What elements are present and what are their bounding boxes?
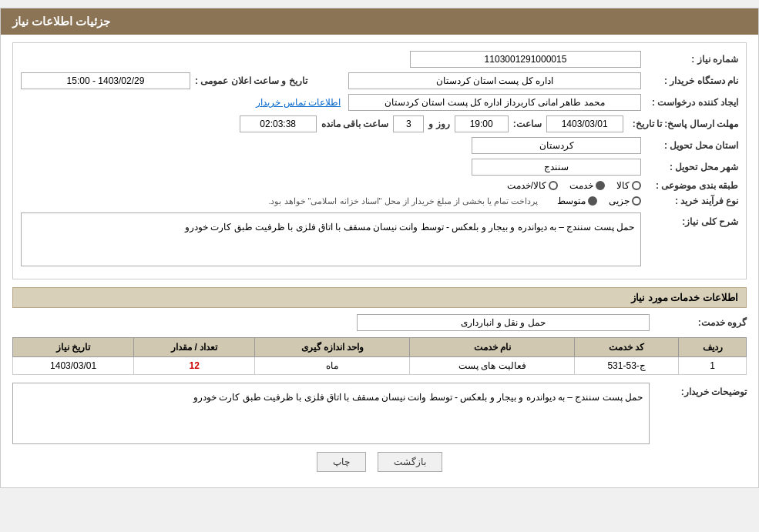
buyer-org-label: نام دستگاه خریدار : (646, 75, 738, 86)
category-kala-label: کالا (616, 180, 630, 191)
page-header: جزئیات اطلاعات نیاز (1, 8, 758, 35)
creator-value: محمد طاهر امانی کاربرداز اداره کل پست اس… (348, 94, 641, 111)
radio-kala-dot (632, 181, 641, 190)
response-days-value: 3 (393, 115, 424, 132)
cell-name: فعالیت های پست (410, 357, 574, 375)
service-group-label: گروه خدمت: (654, 317, 747, 328)
service-group-value: حمل و نقل و انبارداری (357, 314, 650, 331)
buyer-org-value: اداره کل پست استان کردستان (348, 72, 641, 89)
creator-contact-link[interactable]: اطلاعات تماس خریدار (256, 97, 341, 108)
cell-date: 1403/03/01 (13, 357, 134, 375)
category-label: طبقه بندی موضوعی : (646, 180, 738, 191)
response-time-label: ساعت: (513, 119, 542, 129)
cell-code: ج-53-531 (574, 357, 678, 375)
description-label: شرح کلی نیاز: (646, 216, 738, 227)
remaining-time-value: 02:03:38 (240, 115, 317, 132)
button-row: بازگشت چاپ (12, 452, 747, 480)
cell-row: 1 (679, 357, 747, 375)
purchase-option-motavasset: متوسط (557, 196, 597, 206)
response-time-value: 19:00 (455, 115, 509, 132)
announce-date-value: 1403/02/29 - 15:00 (21, 72, 190, 89)
table-row: 1 ج-53-531 فعالیت های پست ماه 12 1403/03… (13, 357, 747, 375)
services-table: ردیف کد خدمت نام خدمت واحد اندازه گیری ت… (12, 337, 747, 375)
services-section-title: اطلاعات خدمات مورد نیاز (12, 287, 747, 308)
response-deadline-label: مهلت ارسال پاسخ: تا تاریخ: (633, 119, 738, 129)
category-option-kala: کالا (616, 180, 641, 191)
remaining-label: ساعت باقی مانده (321, 119, 389, 129)
category-radio-group: کالا خدمت کالا/خدمت (507, 180, 641, 191)
category-both-label: کالا/خدمت (507, 180, 546, 191)
city-value: سنندج (472, 159, 641, 176)
purchase-note: پرداخت تمام یا بخشی از مبلغ خریدار از مح… (268, 196, 538, 206)
category-khedmat-label: خدمت (569, 180, 593, 191)
col-date: تاریخ نیاز (13, 338, 134, 357)
back-button[interactable]: بازگشت (378, 452, 442, 472)
need-number-value: 1103001291000015 (410, 51, 641, 68)
col-qty: تعداد / مقدار (134, 338, 255, 357)
creator-label: ایجاد کننده درخواست : (646, 97, 738, 108)
purchase-motavasset-label: متوسط (557, 196, 586, 206)
category-option-both: کالا/خدمت (507, 180, 558, 191)
radio-jozi-dot (632, 196, 641, 206)
category-option-khedmat: خدمت (569, 180, 605, 191)
radio-both-dot (549, 181, 558, 190)
city-label: شهر محل تحویل : (646, 162, 738, 172)
cell-unit: ماه (255, 357, 410, 375)
province-value: کردستان (472, 137, 641, 154)
print-button[interactable]: چاپ (317, 452, 366, 472)
col-row: ردیف (679, 338, 747, 357)
province-label: استان محل تحویل : (646, 140, 738, 151)
col-unit: واحد اندازه گیری (255, 338, 410, 357)
col-name: نام خدمت (410, 338, 574, 357)
description-value: حمل پست سنندج – به دیواندره و بیجار و بل… (21, 212, 641, 266)
cell-qty: 12 (134, 357, 255, 375)
purchase-type-label: نوع فرآیند خرید : (646, 196, 738, 206)
response-days-label: روز و (428, 119, 449, 129)
buyer-notes-label: توضیحات خریدار: (654, 386, 747, 397)
purchase-type-radio-group: جزیی متوسط (557, 196, 641, 206)
buyer-notes-value: حمل پست سنندج – به دیواندره و بیجار و بل… (12, 383, 650, 444)
col-code: کد خدمت (574, 338, 678, 357)
response-date-value: 1403/03/01 (546, 115, 623, 132)
announce-date-label: تاریخ و ساعت اعلان عمومی : (195, 75, 307, 86)
page-title: جزئیات اطلاعات نیاز (12, 15, 110, 28)
need-number-label: شماره نیاز : (646, 54, 738, 65)
purchase-jozi-label: جزیی (609, 196, 630, 206)
radio-motavasset-dot (588, 196, 597, 206)
services-table-section: ردیف کد خدمت نام خدمت واحد اندازه گیری ت… (12, 337, 747, 375)
purchase-option-jozi: جزیی (609, 196, 641, 206)
radio-khedmat-dot (596, 181, 605, 190)
